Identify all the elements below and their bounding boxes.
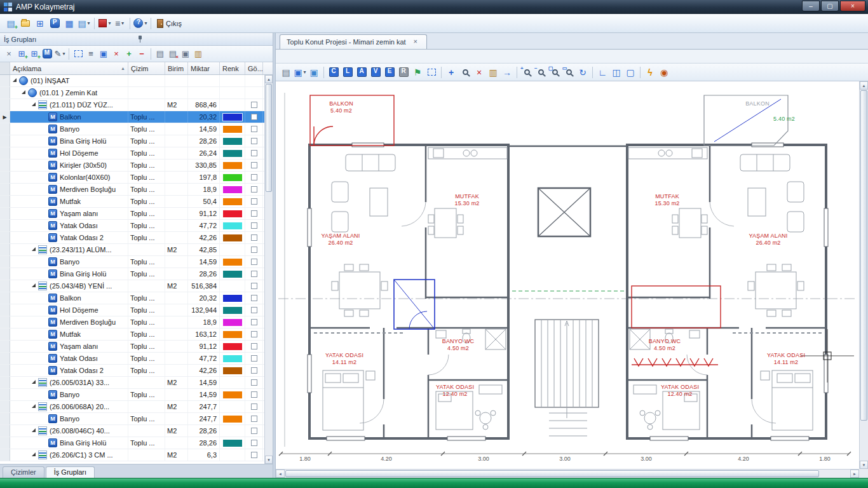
visibility-checkbox[interactable] — [251, 391, 257, 398]
visibility-checkbox[interactable] — [251, 379, 257, 386]
visibility-checkbox[interactable] — [251, 198, 257, 205]
table-row[interactable]: ▶ M (21.011) DÜZ YÜZ... M2 868,46 — [0, 99, 264, 111]
visibility-checkbox[interactable] — [251, 295, 257, 301]
search-icon[interactable] — [458, 65, 472, 79]
document-tab[interactable]: Toplu Konut Projesi - Mimari zemin kat × — [280, 34, 427, 49]
zoom-extents-icon[interactable]: ▢ — [548, 65, 562, 79]
visibility-checkbox[interactable] — [251, 102, 257, 108]
visibility-icon[interactable]: ◉ — [657, 65, 671, 79]
layer-letter-icon[interactable]: L — [341, 65, 355, 79]
scroll-down-arrow[interactable]: ▼ — [265, 456, 273, 464]
edit-icon[interactable]: ✎▾ — [53, 48, 66, 60]
table-row[interactable]: ▶ M Balkon Toplu ... 20,32 — [0, 111, 264, 123]
table-row[interactable]: ▶ M Bina Giriş Holü Toplu ... 28,26 — [0, 135, 264, 147]
column-header-renk[interactable]: Renk — [220, 62, 245, 74]
zoom-in-icon[interactable]: + — [520, 65, 534, 79]
table-row[interactable]: ▶ M Merdiven Boşluğu Toplu ... 18,9 — [0, 316, 264, 329]
tree-expand-arrow[interactable] — [32, 380, 36, 384]
visibility-checkbox[interactable] — [251, 271, 257, 277]
visibility-checkbox[interactable] — [251, 343, 257, 349]
paste-icon[interactable]: ▥ — [192, 48, 205, 60]
visibility-checkbox[interactable] — [251, 367, 257, 374]
visibility-checkbox[interactable] — [251, 355, 257, 362]
tree-expand-arrow[interactable] — [32, 404, 36, 408]
visibility-checkbox[interactable] — [251, 307, 257, 313]
table-row[interactable]: ▶ M Mutfak Toplu ... 50,4 — [0, 196, 264, 208]
table-row[interactable]: ▶ M Kolonlar(40X60) Toplu ... 197,8 — [0, 172, 264, 184]
remove-row-icon[interactable]: − — [135, 48, 148, 60]
zoom-window-icon[interactable]: ▭ — [562, 65, 576, 79]
erase-icon[interactable]: × — [472, 65, 486, 79]
quick-calc-icon[interactable]: ϟ — [643, 65, 657, 79]
copy-icon[interactable]: ▣ — [179, 48, 192, 60]
table-row[interactable]: ▶ M (26.006/068A) 20... M2 247,7 — [0, 401, 264, 413]
layer-letter-icon[interactable]: C — [327, 65, 341, 79]
duplicate-icon[interactable]: ▣ — [307, 65, 321, 79]
canvas-horizontal-scrollbar[interactable]: ◄ ► — [276, 469, 859, 478]
visibility-checkbox[interactable] — [251, 210, 257, 217]
exit-button[interactable]: Çıkış — [154, 17, 184, 30]
scrollbar-thumb[interactable] — [266, 84, 272, 192]
region-select-icon[interactable] — [72, 48, 85, 60]
table-row[interactable]: ▶ M Yatak Odası Toplu ... 47,72 — [0, 353, 264, 365]
table-row[interactable]: ▶ M Banyo Toplu ... 247,7 — [0, 413, 264, 425]
regen-icon[interactable]: ↻ — [576, 65, 590, 79]
reports-icon[interactable]: ▤▾ — [77, 17, 91, 30]
card-view-icon[interactable]: ▣ — [97, 48, 110, 60]
measure-badge-icon[interactable]: M — [41, 48, 53, 60]
visibility-checkbox[interactable] — [251, 283, 257, 289]
calculator-icon[interactable]: ▦ — [62, 17, 76, 30]
plot-icon[interactable]: ▤ — [279, 65, 293, 79]
table-row[interactable]: ▶ M Balkon Toplu ... 20,32 — [0, 292, 264, 304]
minimize-button[interactable]: – — [802, 1, 820, 11]
visibility-checkbox[interactable] — [251, 126, 257, 132]
table-row[interactable]: ▶ M Banyo Toplu ... 14,59 — [0, 256, 264, 268]
table-row[interactable]: ▶ M (01.01 ) Zemin Kat — [0, 87, 264, 99]
layer-letter-icon[interactable]: A — [355, 65, 369, 79]
canvas-vertical-scrollbar[interactable]: ▲ ▼ — [859, 81, 868, 469]
tree-expand-arrow[interactable] — [22, 90, 25, 94]
zoom-region-icon[interactable] — [424, 65, 438, 79]
list-view-icon[interactable]: ≡ — [85, 48, 97, 60]
scrollbar-thumb[interactable] — [860, 90, 867, 421]
visibility-checkbox[interactable] — [251, 114, 257, 120]
table-row[interactable]: ▶ M (25.043/4B) YENİ ... M2 516,384 — [0, 280, 264, 292]
color-legend-icon[interactable]: ▾ — [98, 17, 112, 30]
modules-grid-icon[interactable]: ⊞ — [33, 17, 47, 30]
visibility-checkbox[interactable] — [251, 452, 257, 458]
table-row[interactable]: ▶ M Yatak Odası 2 Toplu ... 42,26 — [0, 232, 264, 244]
table-row[interactable]: ▶ M (23.243/11) ALÜM... M2 42,85 — [0, 244, 264, 256]
visibility-checkbox[interactable] — [251, 331, 257, 337]
visibility-checkbox[interactable] — [251, 416, 257, 422]
print-cancel-icon[interactable]: ▤× — [166, 48, 179, 60]
column-header-birim[interactable]: Birim — [165, 62, 188, 74]
table-row[interactable]: ▶ M Yaşam alanı Toplu ... 91,12 — [0, 341, 264, 353]
zoom-out-icon[interactable]: − — [534, 65, 548, 79]
clipboard-icon[interactable]: ▥ — [486, 65, 500, 79]
scroll-down-arrow[interactable]: ▼ — [860, 461, 868, 469]
visibility-checkbox[interactable] — [251, 150, 257, 156]
layer-letter-icon[interactable]: V — [369, 65, 383, 79]
visibility-checkbox[interactable] — [251, 319, 257, 325]
table-row[interactable]: ▶ M Kirişler (30x50) Toplu ... 330,85 — [0, 159, 264, 172]
grid-vertical-scrollbar[interactable]: ▲ ▼ — [264, 75, 273, 464]
selected-balcony-shape[interactable] — [394, 280, 435, 329]
viewports-icon[interactable]: ◫ — [609, 65, 623, 79]
table-row[interactable]: ▶ M Hol Döşeme Toplu ... 132,944 — [0, 304, 264, 316]
visibility-checkbox[interactable] — [251, 222, 257, 229]
tree-expand-arrow[interactable] — [32, 247, 36, 251]
visibility-checkbox[interactable] — [251, 138, 257, 144]
copy-view-icon[interactable]: ▣▾ — [293, 65, 307, 79]
tab-close-icon[interactable]: × — [411, 37, 420, 46]
open-project-icon[interactable] — [18, 17, 32, 30]
table-row[interactable]: ▶ M Banyo Toplu ... 14,59 — [0, 389, 264, 401]
table-row[interactable]: ▶ M Yaşam alanı Toplu ... 91,12 — [0, 208, 264, 220]
visibility-checkbox[interactable] — [251, 259, 257, 265]
layout-icon[interactable]: ▢ — [623, 65, 637, 79]
scroll-left-arrow[interactable]: ◄ — [276, 470, 285, 478]
visibility-checkbox[interactable] — [251, 403, 257, 410]
clear-icon[interactable]: × — [3, 48, 15, 60]
tree-expand-arrow[interactable] — [13, 78, 17, 82]
scrollbar-thumb[interactable] — [285, 470, 819, 477]
table-row[interactable]: ▶ M Bina Giriş Holü Toplu ... 28,26 — [0, 268, 264, 280]
